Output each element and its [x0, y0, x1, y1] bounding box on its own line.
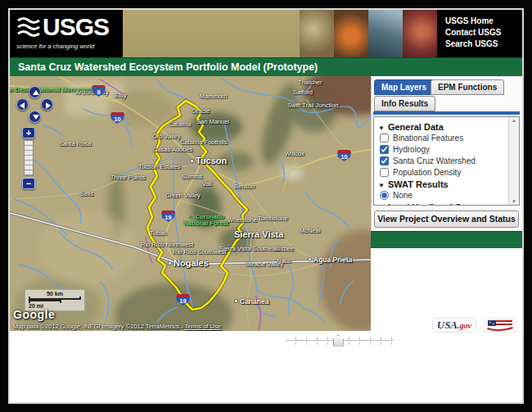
map-label-vail: Vail: [202, 180, 212, 188]
city-marker-icon: [308, 257, 312, 261]
arrow-right-icon: [46, 102, 51, 109]
radio-input-none[interactable]: [380, 191, 389, 200]
map-label-cananea: Cananea: [234, 297, 268, 306]
checkbox-input-binational-features[interactable]: [380, 134, 389, 143]
map-label-mammoth: Mammoth: [200, 93, 227, 100]
google-logo[interactable]: Google: [13, 308, 55, 321]
checkbox-input-population-density[interactable]: [380, 168, 389, 177]
section-header-general-data[interactable]: ▼General Data: [378, 122, 507, 132]
arrow-down-icon: [33, 115, 39, 120]
option-label: Santa Cruz Watershed: [393, 156, 476, 165]
scroll-up-icon[interactable]: ▲: [512, 118, 516, 123]
section-title: Land Use/Land Cover: [388, 202, 480, 205]
tab-epm-functions[interactable]: EPM Functions: [431, 79, 504, 95]
radio-none-swat[interactable]: None: [380, 191, 507, 200]
map-label-sierra-vista-southeast: Sierra Vista Southeast: [219, 245, 281, 252]
map-label-whetstone: Whetstone: [228, 216, 257, 224]
map-label-catalina: Catalina: [169, 120, 192, 128]
map-label-thatcher: Thatcher: [298, 79, 322, 86]
pan-left-button[interactable]: [16, 98, 29, 111]
map-label-sierra-vista: Sierra Vista: [234, 229, 283, 239]
usgs-home-link[interactable]: USGS Home: [445, 16, 522, 27]
scale-km-label: 50 km: [29, 291, 81, 297]
usgs-header: USGS science for a changing world USGS H…: [10, 10, 522, 57]
pan-right-button[interactable]: [41, 98, 53, 111]
scroll-down-icon[interactable]: ▼: [512, 199, 516, 204]
map-label-tucson-estates: Tucson Estates: [138, 163, 180, 170]
map-zoom-slider[interactable]: [24, 140, 34, 176]
panel-scrollbar[interactable]: ▲ ▼: [508, 117, 519, 205]
section-title: General Data: [388, 122, 444, 132]
pan-up-button[interactable]: [29, 86, 41, 98]
map-attribution: Map data ©2012 Google, INEGI Imagery ©20…: [13, 323, 221, 330]
map-label-agua-prieta: Agua Prieta: [308, 256, 352, 264]
city-marker-icon: [168, 261, 172, 265]
tab-info-results[interactable]: Info Results: [374, 96, 435, 111]
search-usgs-link[interactable]: Search USGS: [445, 38, 522, 50]
tabs-accent-bar: [373, 111, 520, 115]
map-label-san-manuel: San Manuel: [196, 118, 229, 125]
option-label: Hydrology: [393, 145, 430, 154]
checkbox-hydrology[interactable]: Hydrology: [380, 145, 507, 154]
map-label-tucson: Tucson: [190, 156, 227, 165]
city-marker-icon: [234, 299, 238, 303]
checkbox-population-density[interactable]: Population Density: [380, 168, 507, 177]
footer-logos: USA.gov: [432, 318, 516, 333]
usagov-logo[interactable]: USA.gov: [432, 318, 476, 333]
usagov-gov-text: .gov: [458, 321, 471, 330]
map-label-mcneal: McNeal: [300, 227, 320, 234]
usgs-logo-text: USGS: [43, 15, 109, 39]
map-label-green-valley: Green Valley: [165, 192, 201, 199]
overlay-transparency-slider[interactable]: [286, 334, 394, 347]
checkbox-binational-features[interactable]: Binational Features: [380, 134, 507, 143]
header-links: USGS Home Contact USGS Search USGS: [437, 10, 522, 57]
map-label-tubac: Tubac: [150, 229, 167, 237]
map-label-bisbee: Bisbee: [275, 245, 294, 252]
map-label-miracle-valley: Miracle Valley: [246, 260, 283, 268]
map-label-tombstone: Tombstone: [258, 215, 288, 222]
usgs-logo[interactable]: USGS science for a changing world: [10, 10, 123, 57]
collapse-triangle-icon: ▼: [378, 182, 385, 189]
map-label-rio-rico-southwest: Rio Rico Southwest: [173, 248, 226, 256]
flag-logo[interactable]: [485, 318, 516, 333]
contact-usgs-link[interactable]: Contact USGS: [445, 27, 522, 38]
option-label: None: [393, 191, 413, 200]
section-header-land-use-land-cover[interactable]: ▼Land Use/Land Cover: [378, 202, 507, 205]
usagov-usa-text: USA: [437, 319, 458, 331]
pan-down-button[interactable]: [29, 111, 41, 123]
map-label-casas-adobes: Casas Adobes: [153, 146, 192, 153]
view-project-overview-button[interactable]: View Project Overview and Status: [374, 211, 519, 228]
map-label-three-points: Three Points: [110, 174, 146, 181]
main-area: Sonoran Desert National MonumentArizona …: [10, 76, 522, 231]
checkbox-input-santa-cruz-watershed[interactable]: [380, 156, 389, 165]
city-marker-icon: [190, 159, 194, 163]
terms-of-use-link[interactable]: Terms of Use: [185, 323, 221, 330]
checkbox-input-hydrology[interactable]: [380, 145, 389, 154]
map-label-oracle: Oracle: [192, 107, 210, 115]
map-label-benson: Benson: [234, 183, 255, 190]
collage-canyon-photo: [368, 10, 403, 57]
map-label-safford: Safford: [293, 88, 313, 96]
map-zoom-in-button[interactable]: +: [22, 127, 35, 138]
option-label: Population Density: [393, 168, 461, 177]
map-pan-control: [16, 86, 54, 124]
map-label-oro-valley: Oro Valley: [152, 133, 180, 140]
map-label-catalina-foothills: Catalina Foothills: [180, 138, 228, 146]
map-column: Sonoran Desert National MonumentArizona …: [10, 76, 371, 231]
header-photo-collage: [300, 10, 437, 57]
tab-map-layers[interactable]: Map Layers: [374, 79, 434, 95]
map-label-santa-rosa: Santa Rosa: [59, 140, 91, 147]
collage-map-photo: [300, 10, 334, 57]
panel-rows: ▼General DataBinational FeaturesHydrolog…: [374, 117, 508, 205]
layers-panel: Map Layers EPM Functions Info Results ▼G…: [371, 76, 522, 231]
map-label-summit: Summit: [182, 173, 202, 180]
map-label-swift-trail-junction: Swift Trail Junction: [287, 102, 339, 109]
page-title: Santa Cruz Watershed Ecosystem Portfolio…: [10, 57, 522, 76]
option-label: Binational Features: [393, 134, 463, 143]
map-canvas[interactable]: Sonoran Desert National MonumentArizona …: [10, 76, 371, 331]
section-header-swat-results[interactable]: ▼SWAT Results: [378, 179, 507, 189]
map-zoom-out-button[interactable]: −: [22, 178, 35, 189]
checkbox-santa-cruz-watershed[interactable]: Santa Cruz Watershed: [380, 156, 507, 165]
collage-redrock-photo: [403, 10, 437, 57]
panel-body: ▼General DataBinational FeaturesHydrolog…: [373, 116, 520, 206]
